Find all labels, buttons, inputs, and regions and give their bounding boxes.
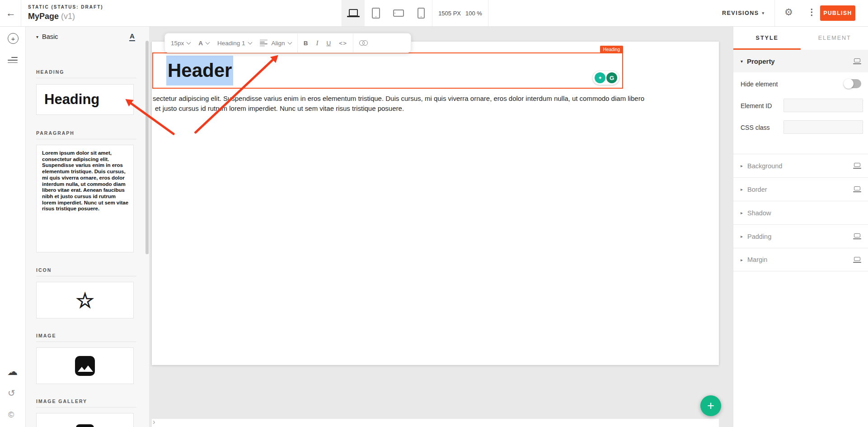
tab-style[interactable]: STYLE: [733, 26, 801, 50]
bold-button[interactable]: B: [300, 33, 312, 52]
device-landscape-button[interactable]: [387, 0, 410, 26]
caret-right-icon: ▸: [741, 163, 743, 168]
caret-down-icon: ▾: [762, 11, 765, 15]
caret-right-icon: ▸: [741, 257, 743, 262]
plus-icon: +: [707, 399, 714, 413]
italic-button[interactable]: I: [312, 33, 322, 52]
element-id-input[interactable]: [784, 99, 863, 112]
hide-element-toggle[interactable]: [844, 79, 861, 88]
left-rail: + ☁✓ ↺ ©: [0, 26, 26, 427]
kebab-icon: ⋮: [807, 7, 816, 17]
section-label-image: IMAGE: [36, 333, 56, 338]
suggestion-bulb-button[interactable]: ✦: [595, 72, 605, 83]
page-status: STATIC (STATUS: DRAFT): [28, 5, 103, 9]
publish-button[interactable]: PUBLISH: [820, 5, 855, 21]
code-button[interactable]: <>: [335, 33, 351, 52]
credits-button[interactable]: ©: [8, 411, 14, 419]
category-basic-toggle[interactable]: ▾ Basic: [36, 33, 58, 40]
divider: [36, 78, 136, 78]
copyright-icon: ©: [8, 410, 14, 419]
section-label-paragraph: PARAGRAPH: [36, 130, 75, 136]
add-element-button[interactable]: +: [8, 33, 19, 44]
caret-down-icon: ▾: [741, 59, 743, 64]
back-button[interactable]: ←: [4, 6, 18, 20]
zoom-level-value: 100 %: [465, 10, 482, 17]
selected-heading-element[interactable]: Heading Header ✦ G: [152, 52, 623, 89]
section-label-image-gallery: IMAGE GALLERY: [36, 399, 87, 404]
element-type-badge: Heading: [600, 46, 623, 53]
toolbar-divider: [353, 33, 353, 53]
settings-button[interactable]: ⚙: [784, 7, 793, 17]
sync-status-button[interactable]: ☁✓: [7, 366, 18, 377]
caret-right-icon: ▸: [741, 187, 743, 192]
text-elements-icon[interactable]: A: [129, 32, 135, 41]
grammar-assistant-widget: ✦ G: [592, 71, 619, 85]
history-button[interactable]: ↺: [8, 389, 15, 398]
next-section-strip[interactable]: [152, 419, 719, 427]
property-section-toggle[interactable]: ▾ Property: [733, 50, 868, 72]
star-icon: ☆: [75, 290, 94, 311]
underline-button[interactable]: U: [322, 33, 335, 52]
section-border-toggle[interactable]: ▸ Border: [733, 177, 868, 201]
check-icon: ✓: [10, 370, 14, 374]
element-card-paragraph[interactable]: Lorem ipsum dolor sit amet, consectetur …: [36, 145, 134, 252]
laptop-icon: [853, 257, 861, 263]
element-card-heading[interactable]: Heading: [36, 84, 134, 115]
device-phone-button[interactable]: [410, 0, 432, 26]
section-background-toggle[interactable]: ▸ Background: [733, 154, 868, 177]
history-icon: ↺: [8, 388, 15, 398]
css-class-input[interactable]: [784, 120, 863, 134]
align-dropdown[interactable]: Align: [256, 33, 296, 52]
element-card-image[interactable]: [36, 347, 134, 384]
structure-button[interactable]: [8, 57, 18, 63]
chevron-down-icon: [287, 40, 292, 44]
paragraph-style-dropdown[interactable]: Heading 1: [213, 33, 256, 52]
section-padding-toggle[interactable]: ▸ Padding: [733, 224, 868, 248]
phone-landscape-icon: [393, 9, 404, 17]
style-sections: ▸ Background ▸ Border ▸ Shadow ▸ Padding…: [733, 154, 868, 271]
revisions-dropdown[interactable]: REVISIONS ▾: [722, 0, 765, 26]
property-section-title: Property: [747, 57, 849, 65]
element-card-icon[interactable]: ☆: [36, 282, 134, 318]
paragraph-element-line1[interactable]: sectetur adipiscing elit. Suspendisse va…: [153, 94, 718, 104]
divider: [36, 342, 136, 342]
gear-icon: ⚙: [784, 7, 793, 17]
laptop-icon: [853, 186, 861, 192]
add-section-fab[interactable]: +: [700, 395, 721, 416]
element-library-panel: ▾ Basic A HEADING Heading PARAGRAPH Lore…: [25, 26, 149, 427]
divider: [36, 139, 136, 139]
inspector-panel: STYLE ELEMENT ▾ Property Hide element El…: [733, 26, 868, 427]
device-desktop-button[interactable]: [342, 0, 365, 26]
toolbar-divider: [297, 33, 298, 53]
css-class-label: CSS class: [741, 124, 770, 131]
section-margin-toggle[interactable]: ▸ Margin: [733, 248, 868, 271]
section-shadow-toggle[interactable]: ▸ Shadow: [733, 201, 868, 224]
sidebar-scrollbar[interactable]: [145, 41, 149, 254]
laptop-icon: [347, 9, 360, 17]
toggle-knob: [844, 79, 854, 89]
tab-element[interactable]: ELEMENT: [801, 26, 868, 50]
link-button[interactable]: [355, 33, 372, 52]
canvas-page[interactable]: [152, 42, 719, 365]
device-tablet-button[interactable]: [365, 0, 387, 26]
link-icon: [359, 40, 368, 46]
gallery-icon: [76, 424, 94, 427]
paragraph-element-line2[interactable]: et justo cursus id rutrum lorem imperdie…: [155, 104, 720, 114]
heading-element-text[interactable]: Header: [166, 60, 233, 81]
caret-right-icon: ▸: [741, 234, 743, 239]
grammarly-icon: G: [610, 75, 614, 81]
text-color-dropdown[interactable]: A: [194, 33, 213, 52]
font-size-dropdown[interactable]: 15px: [167, 33, 194, 52]
phone-portrait-icon: [418, 8, 425, 19]
chevron-right-icon[interactable]: ›: [153, 418, 155, 426]
align-left-icon: [260, 40, 267, 47]
more-options-button[interactable]: ⋮: [807, 8, 816, 16]
page-version: (v1): [61, 12, 75, 21]
laptop-icon: [853, 163, 861, 169]
grammarly-button[interactable]: G: [606, 72, 617, 83]
inspector-tabs: STYLE ELEMENT: [733, 26, 868, 50]
chevron-down-icon: [248, 40, 252, 44]
caret-down-icon: ▾: [36, 34, 38, 39]
element-card-image-gallery[interactable]: [36, 413, 134, 427]
device-preview-switcher: [342, 0, 432, 26]
